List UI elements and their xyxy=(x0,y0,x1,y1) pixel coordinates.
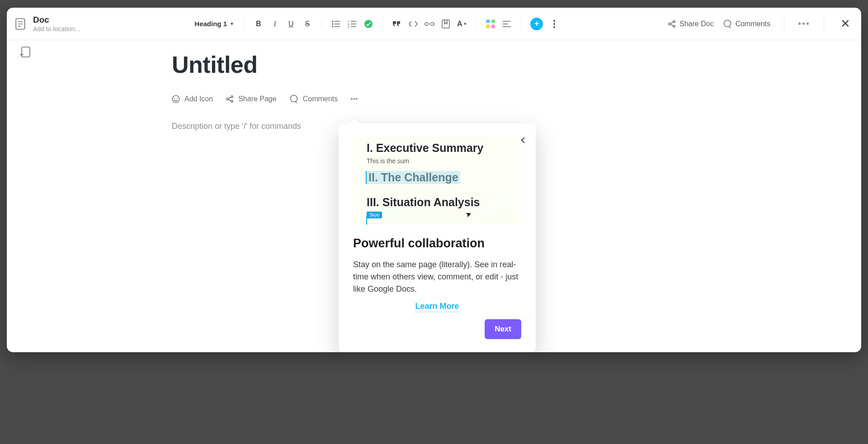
popover-caret xyxy=(349,118,360,123)
svg-line-29 xyxy=(670,24,673,26)
svg-point-24 xyxy=(553,26,555,28)
close-doc-button[interactable]: ✕ xyxy=(838,17,853,31)
svg-point-40 xyxy=(231,100,233,102)
italic-icon: I xyxy=(274,20,276,28)
svg-point-35 xyxy=(172,95,179,103)
text-color-button[interactable]: A▼ xyxy=(455,17,469,31)
smiley-icon xyxy=(172,95,180,103)
svg-point-30 xyxy=(724,20,731,27)
toolbar-more-button[interactable] xyxy=(547,17,561,31)
popover-preview-image: I. Executive Summary This is the sum II.… xyxy=(353,135,521,224)
svg-rect-18 xyxy=(442,20,449,28)
doc-title-block[interactable]: Doc Add to location... xyxy=(33,15,80,33)
preview-heading-1: I. Executive Summary xyxy=(367,142,512,155)
page-actions-row: Add Icon Share Page Comments ••• xyxy=(172,94,588,104)
heading-level-label: Heading 1 xyxy=(194,20,227,28)
underline-icon: U xyxy=(288,20,294,28)
italic-button[interactable]: I xyxy=(268,17,282,31)
checklist-button[interactable] xyxy=(362,17,375,31)
add-page-gutter-button[interactable] xyxy=(19,47,30,58)
highlight-color-button[interactable] xyxy=(484,17,497,31)
doc-title-heading[interactable]: Untitled xyxy=(172,51,588,78)
formatting-toolbar: Heading 1 ▼ B I U S 123 xyxy=(192,17,561,31)
link-button[interactable] xyxy=(423,17,436,31)
svg-rect-32 xyxy=(22,47,30,57)
doc-location-placeholder: Add to location... xyxy=(33,25,80,33)
svg-point-23 xyxy=(553,23,555,25)
preview-heading-2: II. The Challenge xyxy=(367,171,460,184)
popover-title: Powerful collaboration xyxy=(353,236,521,250)
toolbar-separator xyxy=(824,18,824,30)
page-comments-label: Comments xyxy=(303,95,338,103)
code-button[interactable] xyxy=(406,17,420,31)
strike-icon: S xyxy=(305,20,310,28)
svg-line-42 xyxy=(228,99,231,101)
svg-point-6 xyxy=(332,23,333,24)
svg-line-28 xyxy=(670,22,673,24)
svg-point-22 xyxy=(553,20,555,22)
bold-button[interactable]: B xyxy=(252,17,265,31)
svg-point-26 xyxy=(673,20,675,22)
svg-point-37 xyxy=(177,98,178,99)
toolbar-separator xyxy=(244,18,245,30)
ellipsis-icon: ••• xyxy=(350,95,358,103)
doc-type-label: Doc xyxy=(33,15,80,25)
comments-button[interactable]: Comments xyxy=(723,19,770,28)
bookmark-button[interactable] xyxy=(439,17,453,31)
learn-more-link[interactable]: Learn More xyxy=(415,302,459,312)
onboarding-popover: × I. Executive Summary This is the sum I… xyxy=(339,123,536,352)
text-color-icon: A xyxy=(457,20,462,28)
toolbar-separator xyxy=(784,18,784,30)
bold-icon: B xyxy=(256,20,261,28)
share-doc-button[interactable]: Share Doc xyxy=(668,20,714,28)
insert-button[interactable]: + xyxy=(528,17,545,31)
comment-icon xyxy=(723,19,732,28)
toolbar-separator xyxy=(382,18,383,30)
svg-point-4 xyxy=(332,20,333,22)
svg-point-8 xyxy=(332,26,333,27)
svg-point-25 xyxy=(669,23,670,24)
share-icon xyxy=(226,95,234,103)
share-icon xyxy=(668,20,676,28)
svg-point-39 xyxy=(231,96,233,98)
svg-point-27 xyxy=(673,25,675,27)
plus-circle-icon: + xyxy=(530,18,543,30)
page-comments-button[interactable]: Comments xyxy=(289,94,338,104)
preview-body-text: This is the sum xyxy=(367,157,512,165)
align-button[interactable] xyxy=(500,17,514,31)
doc-editor-window: Doc Add to location... Heading 1 ▼ B I U… xyxy=(7,8,861,352)
toolbar-separator xyxy=(521,18,521,30)
preview-heading-3: III. Situation Analysis xyxy=(367,196,512,209)
quote-button[interactable] xyxy=(390,17,404,31)
strikethrough-button[interactable]: S xyxy=(301,17,314,31)
svg-line-41 xyxy=(228,97,231,99)
share-page-button[interactable]: Share Page xyxy=(226,95,277,103)
share-doc-label: Share Doc xyxy=(679,20,714,28)
add-icon-button[interactable]: Add Icon xyxy=(172,95,213,103)
toolbar-separator xyxy=(476,18,476,30)
topbar-right-cluster: Share Doc Comments ••• ✕ xyxy=(668,17,853,31)
svg-point-43 xyxy=(290,95,297,102)
share-page-label: Share Page xyxy=(238,95,277,103)
svg-point-16 xyxy=(364,20,373,28)
heading-level-select[interactable]: Heading 1 ▼ xyxy=(192,20,237,28)
svg-point-36 xyxy=(174,98,175,99)
cursor-icon: ➤ xyxy=(464,209,473,219)
add-icon-label: Add Icon xyxy=(184,95,213,103)
page-more-button[interactable]: ••• xyxy=(350,95,358,103)
svg-point-38 xyxy=(226,98,228,100)
next-button[interactable]: Next xyxy=(485,319,521,339)
svg-text:3: 3 xyxy=(348,26,349,28)
chevron-down-icon: ▼ xyxy=(230,21,234,26)
chevron-down-icon: ▼ xyxy=(463,22,467,26)
popover-body: Stay on the same page (literally). See i… xyxy=(353,259,521,295)
bulleted-list-button[interactable] xyxy=(329,17,343,31)
preview-user-flag: Skye xyxy=(367,212,382,218)
comments-label: Comments xyxy=(736,20,770,28)
color-grid-icon xyxy=(486,19,495,28)
comment-icon xyxy=(289,94,298,104)
doc-more-button[interactable]: ••• xyxy=(798,19,810,29)
doc-icon xyxy=(13,17,28,31)
underline-button[interactable]: U xyxy=(284,17,298,31)
numbered-list-button[interactable]: 123 xyxy=(345,17,359,31)
